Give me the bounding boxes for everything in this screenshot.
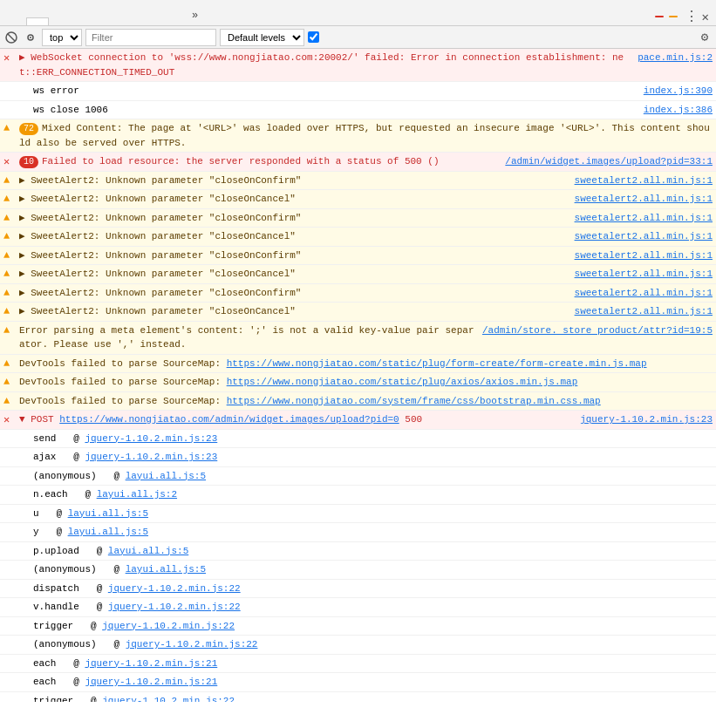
- context-selector[interactable]: top: [42, 29, 82, 46]
- tab-elements[interactable]: [3, 17, 26, 26]
- entry-content: ▶ SweetAlert2: Unknown parameter "closeO…: [19, 173, 713, 188]
- entry-content: DevTools failed to parse SourceMap: http…: [19, 394, 713, 409]
- entry-text: (anonymous) @ layui.all.js:5: [33, 471, 206, 481]
- console-entry: send @ jquery-1.10.2.min.js:23: [0, 430, 716, 449]
- tab-memory[interactable]: [117, 17, 140, 26]
- tab-sources[interactable]: [49, 17, 72, 26]
- entry-source[interactable]: sweetalert2.all.min.js:1: [568, 286, 713, 301]
- console-entry: ▲▶ SweetAlert2: Unknown parameter "close…: [0, 209, 716, 228]
- entry-text: each @ jquery-1.10.2.min.js:21: [33, 658, 217, 669]
- entry-content: ▶ SweetAlert2: Unknown parameter "closeO…: [19, 267, 713, 282]
- entry-source[interactable]: sweetalert2.all.min.js:1: [568, 248, 713, 263]
- group-similar-label[interactable]: [308, 31, 322, 43]
- entry-text: ws error: [33, 85, 79, 96]
- console-entry: ✕▶ WebSocket connection to 'wss://www.no…: [0, 49, 716, 82]
- entry-text: p.upload @ layui.all.js:5: [33, 546, 188, 556]
- console-entry: ▲▶ SweetAlert2: Unknown parameter "close…: [0, 284, 716, 303]
- devtools-settings-icon[interactable]: ⋮: [685, 8, 699, 25]
- console-entry: ▲▶ SweetAlert2: Unknown parameter "close…: [0, 247, 716, 266]
- tab-bar: » ⋮ ✕: [0, 0, 716, 26]
- console-entry: ▲▶ SweetAlert2: Unknown parameter "close…: [0, 190, 716, 209]
- entry-source[interactable]: /admin/store. store product/attr?id=19:5: [475, 323, 713, 338]
- entry-content: ▶ SweetAlert2: Unknown parameter "closeO…: [19, 229, 713, 244]
- console-entry: ▲DevTools failed to parse SourceMap: htt…: [0, 355, 716, 374]
- level-selector[interactable]: Default levels: [220, 29, 304, 46]
- entry-type-icon: [3, 450, 17, 451]
- entry-content: y @ layui.all.js:5: [19, 525, 713, 540]
- entry-text: ▶ SweetAlert2: Unknown parameter "closeO…: [19, 250, 301, 261]
- entry-source[interactable]: sweetalert2.all.min.js:1: [568, 267, 713, 282]
- error-icon: ✕: [3, 51, 10, 65]
- clear-console-icon[interactable]: [3, 30, 19, 45]
- warn-icon: ▲: [3, 122, 10, 134]
- warn-icon: ▲: [3, 174, 10, 187]
- entry-type-icon: ✕: [3, 412, 17, 426]
- warn-icon: ▲: [3, 305, 10, 317]
- entry-type-icon: [3, 619, 17, 620]
- settings-gear-icon[interactable]: ⚙: [697, 30, 713, 45]
- entry-type-icon: [3, 657, 17, 657]
- tab-network[interactable]: [72, 17, 94, 26]
- console-entry: p.upload @ layui.all.js:5: [0, 542, 716, 561]
- entry-content: each @ jquery-1.10.2.min.js:21: [19, 675, 713, 690]
- entry-type-icon: [3, 103, 17, 104]
- warn-icon: ▲: [3, 376, 10, 388]
- entry-source[interactable]: sweetalert2.all.min.js:1: [568, 192, 713, 207]
- entry-content: (anonymous) @ layui.all.js:5: [19, 562, 713, 577]
- group-similar-checkbox[interactable]: [308, 31, 319, 43]
- entry-text: DevTools failed to parse SourceMap: http…: [19, 377, 577, 387]
- entry-content: 72Mixed Content: The page at '<URL>' was…: [19, 121, 713, 150]
- entry-type-icon: [3, 675, 17, 676]
- console-entry: (anonymous) @ layui.all.js:5: [0, 467, 716, 486]
- entry-type-icon: ▲: [3, 357, 17, 370]
- toggle-filter-icon[interactable]: [23, 30, 38, 45]
- tab-overflow[interactable]: »: [185, 5, 205, 25]
- tab-security[interactable]: [162, 17, 185, 26]
- tab-application[interactable]: [140, 17, 162, 26]
- entry-type-icon: [3, 694, 17, 695]
- tab-performance[interactable]: [94, 17, 117, 26]
- entry-content: ws close 1006index.js:386: [19, 103, 713, 118]
- console-content[interactable]: ✕▶ WebSocket connection to 'wss://www.no…: [0, 49, 716, 702]
- entry-text: ▶ SweetAlert2: Unknown parameter "closeO…: [19, 231, 296, 242]
- entry-text: (anonymous) @ jquery-1.10.2.min.js:22: [33, 639, 257, 650]
- entry-type-icon: [3, 432, 17, 432]
- entry-text: ▶ SweetAlert2: Unknown parameter "closeO…: [19, 288, 301, 298]
- entry-text: (anonymous) @ layui.all.js:5: [33, 564, 206, 575]
- entry-type-icon: ▲: [3, 121, 17, 134]
- entry-source[interactable]: pace.min.js:2: [631, 51, 713, 65]
- entry-source[interactable]: sweetalert2.all.min.js:1: [568, 173, 713, 188]
- console-entry: ▲Error parsing a meta element's content:…: [0, 322, 716, 355]
- console-entry: dispatch @ jquery-1.10.2.min.js:22: [0, 580, 716, 599]
- entry-source[interactable]: index.js:386: [637, 103, 713, 118]
- entry-text: ▼ POST https://www.nongjiatao.com/admin/…: [19, 414, 422, 425]
- entry-text: trigger @ jquery-1.10.2.min.js:22: [33, 696, 235, 703]
- entry-source[interactable]: sweetalert2.all.min.js:1: [568, 304, 713, 319]
- warn-icon: ▲: [3, 324, 10, 337]
- entry-content: u @ layui.all.js:5: [19, 507, 713, 521]
- tab-console[interactable]: [26, 17, 49, 26]
- entry-content: ▶ SweetAlert2: Unknown parameter "closeO…: [19, 304, 713, 319]
- filter-input[interactable]: [85, 29, 216, 46]
- entry-type-icon: ▲: [3, 229, 17, 242]
- entry-text: ▶ SweetAlert2: Unknown parameter "closeO…: [19, 175, 301, 186]
- console-entry: ws close 1006index.js:386: [0, 101, 716, 120]
- entry-source[interactable]: sweetalert2.all.min.js:1: [568, 211, 713, 226]
- entry-source[interactable]: index.js:390: [637, 84, 713, 99]
- entry-content: send @ jquery-1.10.2.min.js:23: [19, 432, 713, 446]
- entry-text: u @ layui.all.js:5: [33, 508, 148, 519]
- entry-type-icon: ✕: [3, 51, 17, 65]
- entry-content: (anonymous) @ layui.all.js:5: [19, 469, 713, 484]
- warn-icon: ▲: [3, 249, 10, 262]
- entry-type-icon: [3, 582, 17, 582]
- entry-type-icon: [3, 84, 17, 85]
- entry-text: DevTools failed to parse SourceMap: http…: [19, 358, 647, 369]
- entry-source[interactable]: sweetalert2.all.min.js:1: [568, 229, 713, 244]
- entry-source[interactable]: /admin/widget.images/upload?pid=33:1: [498, 154, 713, 169]
- devtools-close-icon[interactable]: ✕: [702, 10, 709, 24]
- entry-type-icon: [3, 562, 17, 563]
- svg-line-1: [8, 34, 15, 41]
- entry-source[interactable]: jquery-1.10.2.min.js:23: [573, 412, 713, 427]
- error-icon: ✕: [3, 155, 10, 168]
- entry-type-icon: ▲: [3, 323, 17, 337]
